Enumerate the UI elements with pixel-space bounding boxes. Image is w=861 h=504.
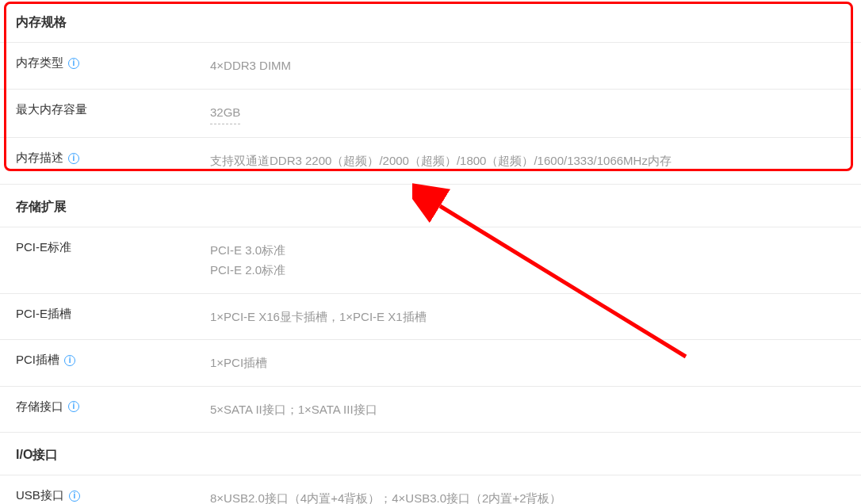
spec-row-memory-desc: 内存描述 i 支持双通道DDR3 2200（超频）/2000（超频）/1800（… bbox=[0, 138, 861, 185]
info-icon[interactable]: i bbox=[69, 491, 80, 502]
label-text: 内存类型 bbox=[16, 55, 63, 71]
info-icon[interactable]: i bbox=[68, 58, 79, 69]
info-icon[interactable]: i bbox=[68, 153, 79, 164]
label-text: PCI-E插槽 bbox=[16, 307, 71, 322]
spec-row-storage-interface: 存储接口 i 5×SATA II接口；1×SATA III接口 bbox=[0, 387, 861, 433]
spec-label: 内存描述 i bbox=[16, 151, 210, 166]
info-icon[interactable]: i bbox=[64, 355, 75, 366]
spec-value: 1×PCI插槽 bbox=[210, 353, 845, 373]
spec-value: 4×DDR3 DIMM bbox=[210, 55, 845, 76]
label-text: PCI-E标准 bbox=[16, 240, 71, 255]
spec-label: USB接口 i bbox=[16, 488, 210, 503]
spec-row-pci-slot: PCI插槽 i 1×PCI插槽 bbox=[0, 340, 861, 387]
label-text: 内存描述 bbox=[16, 151, 63, 166]
spec-label: PCI-E标准 bbox=[16, 240, 210, 255]
label-text: PCI插槽 bbox=[16, 353, 59, 368]
spec-row-memory-type: 内存类型 i 4×DDR3 DIMM bbox=[0, 43, 861, 90]
spec-value: 支持双通道DDR3 2200（超频）/2000（超频）/1800（超频）/160… bbox=[210, 151, 845, 171]
spec-value: 32GB bbox=[210, 102, 240, 125]
label-text: 存储接口 bbox=[16, 399, 63, 414]
spec-label: 最大内存容量 bbox=[16, 102, 210, 117]
spec-value: PCI-E 3.0标准 PCI-E 2.0标准 bbox=[210, 240, 845, 281]
spec-value: 1×PCI-E X16显卡插槽，1×PCI-E X1插槽 bbox=[210, 307, 845, 327]
spec-value: 5×SATA II接口；1×SATA III接口 bbox=[210, 399, 845, 420]
spec-label: 存储接口 i bbox=[16, 399, 210, 414]
label-text: USB接口 bbox=[16, 488, 64, 503]
spec-row-memory-max: 最大内存容量 32GB bbox=[0, 90, 861, 139]
section-title-storage: 存储扩展 bbox=[0, 185, 861, 227]
spec-label: PCI插槽 i bbox=[16, 353, 210, 368]
label-text: 最大内存容量 bbox=[16, 102, 87, 117]
spec-row-pcie-standard: PCI-E标准 PCI-E 3.0标准 PCI-E 2.0标准 bbox=[0, 227, 861, 294]
spec-row-pcie-slot: PCI-E插槽 1×PCI-E X16显卡插槽，1×PCI-E X1插槽 bbox=[0, 294, 861, 341]
spec-value: 8×USB2.0接口（4内置+4背板）；4×USB3.0接口（2内置+2背板） bbox=[210, 488, 845, 504]
section-title-io: I/O接口 bbox=[0, 433, 861, 475]
section-title-memory: 内存规格 bbox=[0, 0, 861, 43]
info-icon[interactable]: i bbox=[68, 401, 79, 412]
spec-label: PCI-E插槽 bbox=[16, 307, 210, 322]
spec-label: 内存类型 i bbox=[16, 55, 210, 71]
spec-row-usb: USB接口 i 8×USB2.0接口（4内置+4背板）；4×USB3.0接口（2… bbox=[0, 475, 861, 504]
